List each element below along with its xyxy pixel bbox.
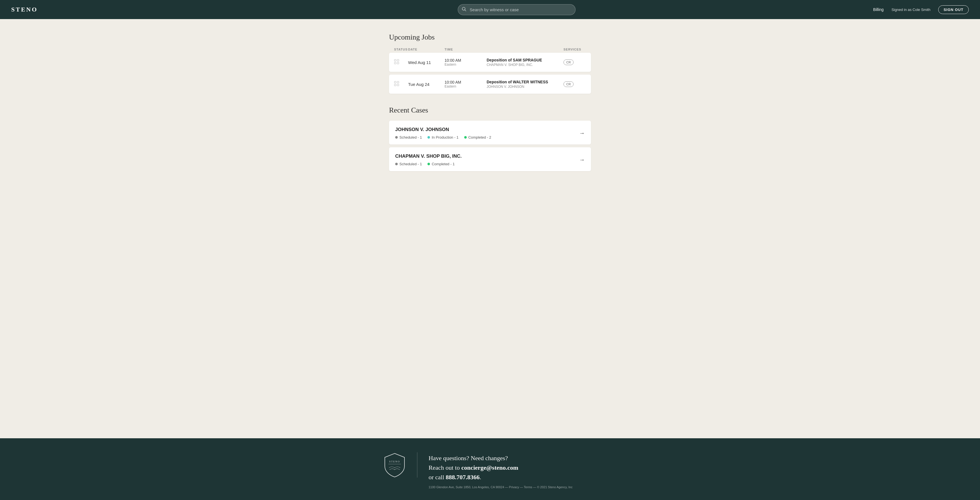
in-production-label: In Production - 1 bbox=[432, 135, 458, 139]
job-service: CR bbox=[563, 81, 586, 87]
recent-cases-title: Recent Cases bbox=[389, 106, 591, 115]
scheduled-label: Scheduled - 1 bbox=[399, 162, 422, 166]
table-header: STATUS DATE TIME SERVICES bbox=[389, 48, 591, 51]
upcoming-jobs-title: Upcoming Jobs bbox=[389, 33, 591, 41]
case-stat: In Production - 1 bbox=[428, 135, 458, 139]
footer-reach-out-text: Reach out to bbox=[429, 464, 461, 471]
case-stat: Completed - 1 bbox=[428, 162, 455, 166]
case-card-content: JOHNSON V. JOHNSON Scheduled - 1 In Prod… bbox=[395, 127, 491, 139]
completed-label: Completed - 1 bbox=[432, 162, 455, 166]
table-row[interactable]: Tue Aug 24 10:00 AM Eastern Deposition o… bbox=[389, 75, 591, 94]
col-date: DATE bbox=[408, 48, 445, 51]
header: STENO Billing Signed in as Cole Smith SI… bbox=[0, 0, 980, 19]
depo-label-text: Deposition of bbox=[487, 58, 513, 62]
svg-rect-2 bbox=[395, 59, 396, 61]
col-status: STATUS bbox=[394, 48, 408, 51]
job-date: Wed Aug 11 bbox=[408, 60, 445, 65]
job-time: 10:00 AM bbox=[445, 80, 487, 84]
col-services: SERVICES bbox=[563, 48, 586, 51]
scheduled-dot bbox=[395, 136, 398, 139]
in-production-dot bbox=[428, 136, 430, 139]
case-stat: Scheduled - 1 bbox=[395, 135, 422, 139]
signed-in-label: Signed in as Cole Smith bbox=[891, 8, 931, 12]
billing-link[interactable]: Billing bbox=[873, 7, 883, 12]
grid-icon bbox=[394, 59, 408, 66]
search-input[interactable] bbox=[458, 4, 576, 15]
footer-headline-2: Reach out to concierge@steno.com bbox=[429, 463, 573, 473]
job-description: Deposition of WALTER WITNESS JOHNSON V. … bbox=[487, 80, 563, 89]
footer-email: concierge@steno.com bbox=[461, 464, 518, 471]
case-card[interactable]: CHAPMAN V. SHOP BIG, INC. Scheduled - 1 … bbox=[389, 147, 591, 171]
job-date: Tue Aug 24 bbox=[408, 82, 445, 87]
depo-label-text: Deposition of bbox=[487, 80, 513, 84]
case-card[interactable]: JOHNSON V. JOHNSON Scheduled - 1 In Prod… bbox=[389, 121, 591, 145]
job-case: JOHNSON V. JOHNSON bbox=[487, 85, 563, 89]
svg-rect-8 bbox=[395, 84, 396, 86]
job-time-block: 10:00 AM Eastern bbox=[445, 80, 487, 88]
recent-cases-section: Recent Cases JOHNSON V. JOHNSON Schedule… bbox=[389, 106, 591, 171]
footer-phone: 888.707.8366 bbox=[446, 474, 480, 481]
footer-headline-3: or call 888.707.8366. bbox=[429, 473, 573, 482]
footer-call-text: or call bbox=[429, 474, 446, 481]
completed-label: Completed - 2 bbox=[468, 135, 492, 139]
footer-logo-block: STENO bbox=[383, 452, 417, 478]
completed-dot bbox=[464, 136, 467, 139]
case-stats: Scheduled - 1 In Production - 1 Complete… bbox=[395, 135, 491, 139]
footer-inner: STENO Have questions? Need changes? Reac… bbox=[383, 452, 597, 489]
main-content: Upcoming Jobs STATUS DATE TIME SERVICES … bbox=[383, 19, 597, 438]
steno-shield-icon: STENO bbox=[383, 452, 406, 478]
job-time: 10:00 AM bbox=[445, 58, 487, 62]
arrow-right-icon: → bbox=[579, 130, 585, 136]
footer-address: 1100 Glendon Ave, Suite 1850, Los Angele… bbox=[429, 486, 573, 489]
footer-period: . bbox=[480, 474, 481, 481]
sign-out-button[interactable]: SIGN OUT bbox=[938, 5, 969, 14]
grid-icon bbox=[394, 81, 408, 88]
footer-text-block: Have questions? Need changes? Reach out … bbox=[429, 452, 573, 489]
witness-name: SAM SPRAGUE bbox=[513, 58, 542, 62]
case-card-content: CHAPMAN V. SHOP BIG, INC. Scheduled - 1 … bbox=[395, 153, 462, 166]
footer-headline-1: Have questions? Need changes? bbox=[429, 454, 573, 463]
service-badge: CR bbox=[563, 81, 574, 87]
job-case: CHAPMAN V. SHOP BIG, INC. bbox=[487, 63, 563, 67]
svg-rect-6 bbox=[395, 81, 396, 83]
case-stats: Scheduled - 1 Completed - 1 bbox=[395, 162, 462, 166]
job-timezone: Eastern bbox=[445, 84, 487, 88]
header-right: Billing Signed in as Cole Smith SIGN OUT bbox=[873, 5, 969, 14]
svg-rect-5 bbox=[397, 62, 399, 64]
search-container bbox=[458, 4, 576, 15]
job-depo-label: Deposition of WALTER WITNESS bbox=[487, 80, 563, 84]
upcoming-jobs-section: Upcoming Jobs STATUS DATE TIME SERVICES … bbox=[389, 33, 591, 94]
arrow-right-icon: → bbox=[579, 156, 585, 163]
table-row[interactable]: Wed Aug 11 10:00 AM Eastern Deposition o… bbox=[389, 53, 591, 72]
col-time: TIME bbox=[445, 48, 487, 51]
svg-text:STENO: STENO bbox=[389, 460, 400, 463]
witness-name: WALTER WITNESS bbox=[513, 80, 548, 84]
svg-rect-3 bbox=[397, 59, 399, 61]
job-timezone: Eastern bbox=[445, 62, 487, 67]
svg-rect-9 bbox=[397, 84, 399, 86]
case-stat: Completed - 2 bbox=[464, 135, 492, 139]
case-name: JOHNSON V. JOHNSON bbox=[395, 127, 491, 132]
case-stat: Scheduled - 1 bbox=[395, 162, 422, 166]
job-time-block: 10:00 AM Eastern bbox=[445, 58, 487, 67]
svg-rect-4 bbox=[395, 62, 396, 64]
scheduled-label: Scheduled - 1 bbox=[399, 135, 422, 139]
logo: STENO bbox=[11, 6, 38, 13]
svg-rect-7 bbox=[397, 81, 399, 83]
scheduled-dot bbox=[395, 163, 398, 165]
col-desc bbox=[487, 48, 563, 51]
case-name: CHAPMAN V. SHOP BIG, INC. bbox=[395, 153, 462, 159]
service-badge: CR bbox=[563, 59, 574, 65]
job-depo-label: Deposition of SAM SPRAGUE bbox=[487, 58, 563, 62]
job-description: Deposition of SAM SPRAGUE CHAPMAN V. SHO… bbox=[487, 58, 563, 67]
completed-dot bbox=[428, 163, 430, 165]
footer: STENO Have questions? Need changes? Reac… bbox=[0, 438, 980, 500]
job-service: CR bbox=[563, 59, 586, 65]
